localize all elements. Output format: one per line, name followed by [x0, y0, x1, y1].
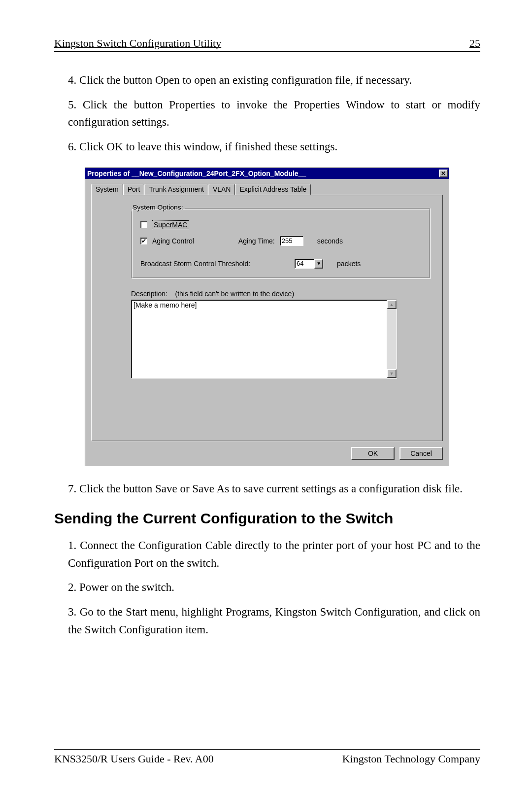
header-title: Kingston Switch Configuration Utility: [54, 37, 221, 50]
running-header: Kingston Switch Configuration Utility 25: [54, 37, 480, 52]
dialog-title: Properties of __New_Configuration_24Port…: [87, 170, 306, 177]
description-label: Description:: [131, 290, 167, 298]
header-page-number: 25: [469, 37, 480, 50]
send-step-2: 2. Power on the switch.: [68, 579, 480, 596]
aging-row: ✔ Aging Control Aging Time: 255 seconds: [140, 236, 421, 246]
tab-system[interactable]: System: [91, 184, 123, 195]
tab-strip: System Port Trunk Assignment VLAN Explic…: [91, 184, 443, 195]
footer-rule: [54, 749, 480, 750]
cancel-button[interactable]: Cancel: [399, 447, 443, 460]
supermac-checkbox[interactable]: [140, 221, 147, 228]
properties-dialog: Properties of __New_Configuration_24Port…: [85, 168, 449, 466]
textarea-scrollbar[interactable]: ▲ ▼: [387, 300, 397, 378]
step-7: 7. Click the button Save or Save As to s…: [68, 480, 480, 498]
send-step-3: 3. Go to the Start menu, highlight Progr…: [68, 603, 480, 638]
description-textarea[interactable]: [Make a memo here] ▲ ▼: [131, 300, 397, 379]
step-4: 4. Click the button Open to open an exis…: [68, 71, 480, 89]
aging-checkbox[interactable]: ✔: [140, 238, 147, 244]
send-step-1: 1. Connect the Configuration Cable direc…: [68, 537, 480, 572]
step-5: 5. Click the button Properties to invoke…: [68, 96, 480, 131]
supermac-label: SuperMAC: [152, 220, 189, 229]
section-heading: Sending the Current Configuration to the…: [54, 510, 480, 527]
tab-panel-system: System Options: SuperMAC ✔ Aging Control…: [91, 195, 443, 441]
system-options-group: System Options: SuperMAC ✔ Aging Control…: [131, 208, 431, 279]
aging-time-unit: seconds: [317, 237, 343, 245]
broadcast-unit: packets: [337, 260, 361, 268]
description-label-row: Description: (this field can't be writte…: [131, 290, 431, 298]
dialog-titlebar: Properties of __New_Configuration_24Port…: [85, 168, 449, 179]
close-button[interactable]: ✕: [439, 170, 448, 177]
instruction-list-upper: 4. Click the button Open to open an exis…: [54, 71, 480, 156]
instruction-list-after-dialog: 7. Click the button Save or Save As to s…: [54, 480, 480, 498]
broadcast-threshold-combobox[interactable]: 64 ▼: [295, 259, 323, 269]
aging-time-input[interactable]: 255: [280, 236, 303, 246]
broadcast-threshold-value: 64: [295, 259, 314, 269]
tab-trunk-assignment[interactable]: Trunk Assignment: [144, 184, 208, 195]
broadcast-label: Broadcast Storm Control Threshold:: [140, 260, 250, 268]
group-legend: System Options:: [131, 204, 185, 211]
step-6: 6. Click OK to leave this window, if fin…: [68, 138, 480, 156]
tab-vlan[interactable]: VLAN: [208, 184, 235, 195]
instruction-list-sending: 1. Connect the Configuration Cable direc…: [54, 537, 480, 638]
page-footer: KNS3250/R Users Guide - Rev. A00 Kingsto…: [54, 753, 480, 765]
scroll-up-icon[interactable]: ▲: [387, 300, 397, 309]
dialog-button-row: OK Cancel: [85, 447, 449, 466]
footer-right: Kingston Technology Company: [342, 753, 480, 765]
description-value: [Make a memo here]: [132, 300, 387, 378]
aging-label: Aging Control: [152, 237, 194, 245]
tab-port[interactable]: Port: [123, 184, 145, 195]
description-hint: (this field can't be written to the devi…: [175, 290, 294, 298]
supermac-row: SuperMAC: [140, 220, 421, 229]
broadcast-row: Broadcast Storm Control Threshold: 64 ▼ …: [140, 259, 421, 269]
aging-time-label: Aging Time:: [238, 237, 275, 245]
footer-left: KNS3250/R Users Guide - Rev. A00: [54, 753, 214, 765]
close-icon: ✕: [441, 170, 446, 177]
chevron-down-icon[interactable]: ▼: [314, 259, 323, 269]
tab-explicit-address-table[interactable]: Explicit Address Table: [235, 184, 311, 195]
scroll-down-icon[interactable]: ▼: [387, 369, 397, 378]
ok-button[interactable]: OK: [351, 447, 395, 460]
